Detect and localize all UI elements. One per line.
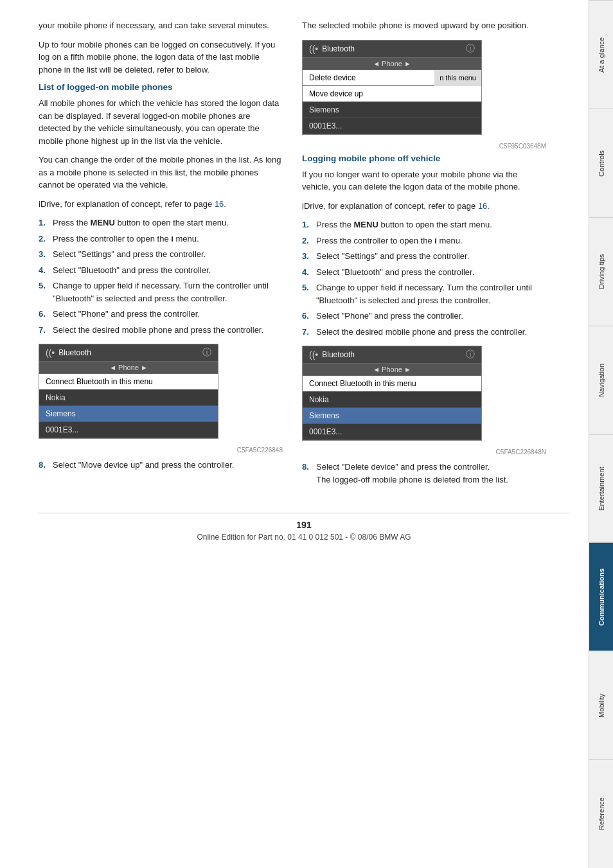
i-menu-bold-1: i (171, 234, 173, 244)
step8-left-list: 8. Select "Move device up" and press the… (39, 459, 283, 472)
sidebar-tab-communications[interactable]: Communications (589, 542, 613, 651)
step8-text-left: Select "Move device up" and press the co… (53, 459, 234, 472)
bt-item-siemens-right: Siemens (303, 408, 481, 424)
section1-para-1: All mobile phones for which the vehicle … (39, 97, 283, 147)
main-content: your mobile phone if necessary, and can … (0, 0, 589, 868)
sidebar-tab-driving-tips[interactable]: Driving tips (589, 217, 613, 326)
bt-popup-text: n this menu (434, 70, 481, 86)
footer-text: Online Edition for Part no. 01 41 0 012 … (197, 533, 411, 542)
section1-para-2: You can change the order of the mobile p… (39, 154, 283, 191)
step-5-right: 5. Change to upper field if necessary. T… (302, 281, 546, 306)
bt-item-nokia-right: Nokia (303, 392, 481, 408)
bt-label-left: Bluetooth (58, 348, 91, 357)
bt-ui-header-bottom-right: ((• Bluetooth ⓘ (303, 346, 481, 364)
bt-item-nokia-left: Nokia (39, 390, 218, 406)
menu-bold-1: MENU (91, 218, 115, 227)
bluetooth-icon-bottom-right: ((• (309, 350, 318, 360)
bt-ui-top-right: ((• Bluetooth ⓘ ◄ Phone ► Delete device … (302, 40, 482, 135)
idrive-ref-right: iDrive, for explanation of concept, refe… (302, 200, 546, 213)
step-5-left: 5. Change to upper field if necessary. T… (39, 279, 283, 305)
step-7-right: 7. Select the desired mobile phone and p… (302, 326, 546, 339)
step-6-left: 6. Select "Phone" and press the controll… (39, 308, 283, 321)
sidebar-tab-at-a-glance[interactable]: At a glance (589, 0, 613, 109)
bt-caption-top-right: C5F95C03648M (302, 143, 546, 150)
bt-item-siemens-top-right: Siemens (303, 102, 481, 118)
step-3-left: 3. Select "Settings" and press the contr… (39, 248, 283, 261)
bt-label-bottom-right: Bluetooth (322, 350, 355, 359)
bt-caption-bottom-right: C5FA5C226848N (302, 448, 546, 456)
bt-item-siemens-left: Siemens (39, 406, 218, 422)
bt-item-0001e3-right: 0001E3... (303, 424, 481, 440)
steps-list-right: 1. Press the MENU button to open the sta… (302, 218, 546, 338)
bt-ui-header-left: ((• Bluetooth ⓘ (39, 344, 218, 362)
bt-info-icon-top-right: ⓘ (466, 43, 475, 55)
bt-item-connect-right: Connect Bluetooth in this menu (303, 376, 481, 392)
step-4-right: 4. Select "Bluetooth" and press the cont… (302, 266, 546, 279)
step-2-right: 2. Press the controller to open the i me… (302, 235, 546, 247)
page-wrapper: your mobile phone if necessary, and can … (0, 0, 613, 868)
intro-para-1: your mobile phone if necessary, and can … (39, 19, 283, 32)
bt-ui-header-top-right: ((• Bluetooth ⓘ (303, 40, 481, 58)
bt-caption-left: C5FA5C226848 (39, 447, 283, 454)
bt-info-icon-bottom-right: ⓘ (466, 349, 475, 360)
two-column-layout: your mobile phone if necessary, and can … (39, 19, 569, 493)
section1-heading: List of logged-on mobile phones (39, 82, 283, 92)
step-6-right: 6. Select "Phone" and press the controll… (302, 310, 546, 323)
bt-info-icon-left: ⓘ (202, 347, 211, 359)
step-2-left: 2. Press the controller to open the i me… (39, 233, 283, 245)
i-menu-bold-right: i (434, 236, 437, 245)
bt-ui-bottom-right: ((• Bluetooth ⓘ ◄ Phone ► Connect Blueto… (302, 346, 482, 441)
section2-heading: Logging mobile phone off vehicle (302, 154, 546, 163)
bluetooth-icon-left: ((• (46, 348, 55, 358)
page-ref-link-left[interactable]: 16 (215, 199, 224, 209)
step-8-right: 8. Select "Delete device" and press the … (302, 461, 546, 486)
bluetooth-icon-top-right: ((• (309, 44, 318, 54)
bt-item-0001e3-left: 0001E3... (39, 422, 218, 438)
step8-text-right: Select "Delete device" and press the con… (316, 462, 490, 472)
bt-item-connect-left: Connect Bluetooth in this menu (39, 374, 218, 390)
move-result-text: The selected mobile phone is moved upwar… (302, 19, 546, 32)
bt-row-delete: Delete device n this menu (303, 70, 481, 86)
page-footer: 191 Online Edition for Part no. 01 41 0 … (39, 513, 569, 542)
step-4-left: 4. Select "Bluetooth" and press the cont… (39, 264, 283, 277)
intro-para-2: Up to four mobile phones can be logged o… (39, 39, 283, 76)
bt-nav-bottom-right: ◄ Phone ► (303, 364, 481, 376)
bt-item-move-up: Move device up (303, 86, 481, 102)
step8-result-right: The logged-off mobile phone is deleted f… (316, 475, 508, 484)
right-column: The selected mobile phone is moved upwar… (302, 19, 546, 493)
step-1-right: 1. Press the MENU button to open the sta… (302, 218, 546, 231)
bt-ui-left: ((• Bluetooth ⓘ ◄ Phone ► Connect Blueto… (39, 344, 218, 439)
page-number: 191 (39, 520, 569, 530)
sidebar-tab-mobility[interactable]: Mobility (589, 651, 613, 759)
step-1-left: 1. Press the MENU button to open the sta… (39, 217, 283, 229)
page-ref-link-right[interactable]: 16 (478, 201, 487, 211)
bt-label-top-right: Bluetooth (322, 44, 355, 53)
idrive-ref-left: iDrive, for explanation of concept, refe… (39, 198, 283, 211)
bt-nav-top-right: ◄ Phone ► (303, 58, 481, 70)
step-7-left: 7. Select the desired mobile phone and p… (39, 324, 283, 337)
step-3-right: 3. Select "Settings" and press the contr… (302, 250, 546, 263)
bt-title-bottom-right: ((• Bluetooth (309, 350, 355, 360)
bt-title-left: ((• Bluetooth (46, 348, 91, 358)
bt-dropdown-area: Delete device n this menu Move device up (303, 70, 481, 102)
menu-bold-right-1: MENU (354, 220, 378, 229)
step8-right-list: 8. Select "Delete device" and press the … (302, 461, 546, 486)
step-8-left: 8. Select "Move device up" and press the… (39, 459, 283, 472)
bt-nav-left: ◄ Phone ► (39, 362, 218, 374)
sidebar-tab-reference[interactable]: Reference (589, 759, 613, 868)
steps-list-left: 1. Press the MENU button to open the sta… (39, 217, 283, 336)
section2-para-1: If you no longer want to operate your mo… (302, 168, 546, 193)
sidebar-tab-navigation[interactable]: Navigation (589, 326, 613, 434)
sidebar-tab-controls[interactable]: Controls (589, 109, 613, 217)
bt-title-top-right: ((• Bluetooth (309, 44, 355, 54)
bt-item-delete: Delete device (303, 70, 434, 86)
sidebar-tab-entertainment[interactable]: Entertainment (589, 434, 613, 543)
bt-item-0001e3-top-right: 0001E3... (303, 118, 481, 134)
left-column: your mobile phone if necessary, and can … (39, 19, 283, 493)
sidebar: At a glance Controls Driving tips Naviga… (589, 0, 613, 868)
